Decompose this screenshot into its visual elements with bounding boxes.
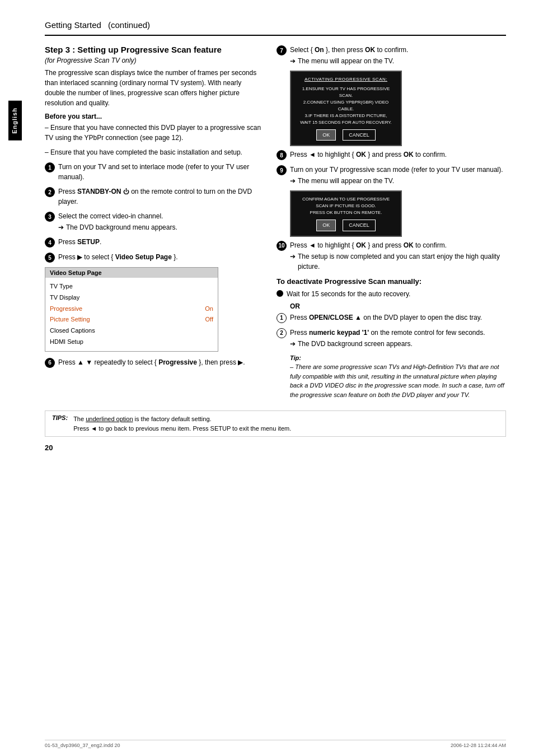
step-left-2: 2 Press STANDBY-ON ⏻ on the remote contr… — [45, 186, 263, 207]
page-title-text: Getting Started — [45, 20, 101, 30]
right-column: 7 Select { On }, then press OK to confir… — [277, 45, 506, 399]
deactivate-step-1: 1 Press OPEN/CLOSE ▲ on the DVD player t… — [277, 312, 506, 323]
setup-row-picture-label: Picture Setting — [50, 314, 90, 325]
setup-row-captions: Closed Captions — [50, 325, 213, 337]
screen-box-2: CONFIRM AGAIN TO USE PROGRESSIVE SCAN IF… — [290, 190, 402, 236]
deactivate-wait-text: Wait for 15 seconds for the auto recover… — [287, 289, 506, 299]
step-10-subnote: ➔ The setup is now completed and you can… — [290, 251, 506, 272]
step-num-5: 5 — [45, 253, 55, 263]
arrow-icon-d2: ➔ — [290, 339, 296, 349]
deactivate-heading-text: To deactivate Progressive Scan manually: — [277, 277, 421, 286]
section-subheading-text: (for Progressive Scan TV only) — [45, 57, 136, 64]
step-content-5: Press ▶ to select { Video Setup Page }. — [58, 252, 263, 262]
step-num-8: 8 — [277, 150, 287, 160]
sidebar-english-tab: English — [8, 101, 22, 141]
deactivate-tip: Tip: – There are some progressive scan T… — [290, 353, 506, 400]
bullet-icon-1 — [277, 290, 283, 297]
deactivate-step-2-subnote-text: The DVD background screen appears. — [298, 339, 413, 349]
step-3-subnote: ➔ The DVD background menu appears. — [58, 222, 263, 232]
left-column: Step 3 : Setting up Progressive Scan fea… — [45, 45, 263, 372]
page-title: Getting Started (continued) — [45, 17, 506, 36]
step-left-4: 4 Press SETUP. — [45, 237, 263, 248]
step-num-2: 2 — [45, 187, 55, 197]
deactivate-step-2: 2 Press numeric keypad '1' on the remote… — [277, 328, 506, 349]
section-intro-text: The progressive scan displays twice the … — [45, 69, 256, 107]
step-right-9: 9 Turn on your TV progressive scan mode … — [277, 165, 506, 186]
step-left-3: 3 Select the correct video-in channel. ➔… — [45, 211, 263, 232]
tips-bar-line2: Press ◄ to go back to previous menu item… — [73, 425, 291, 432]
step-content-9: Turn on your TV progressive scan mode (r… — [290, 165, 506, 186]
before-start-line1: – Ensure that you have connected this DV… — [45, 123, 263, 143]
screen1-title: Activating Progressive Scan: — [296, 76, 396, 83]
tips-bar-label: TIPS: — [52, 414, 68, 421]
deactivate-step-content-2: Press numeric keypad '1' on the remote c… — [290, 328, 506, 349]
screen2-lines: CONFIRM AGAIN TO USE PROGRESSIVE SCAN IF… — [296, 196, 396, 216]
step-num-3: 3 — [45, 212, 55, 222]
step-content-8: Press ◄ to highlight { OK } and press OK… — [290, 150, 506, 160]
setup-row-progressive-label: Progressive — [50, 304, 82, 315]
screen2-cancel-btn: CANCEL — [343, 220, 376, 231]
screen1-title-text: Activating Progressive Scan: — [305, 77, 387, 82]
sidebar-label: English — [11, 108, 18, 134]
setup-row-hdmi: HDMI Setup — [50, 337, 213, 348]
screen2-buttons: OK CANCEL — [296, 220, 396, 231]
step-3-text: Select the correct video-in channel. — [58, 212, 163, 220]
screen1-ok-btn: OK — [316, 129, 336, 141]
step-content-6: Press ▲ ▼ repeatedly to select { Progres… — [58, 357, 263, 367]
screen2-ok-btn: OK — [316, 220, 336, 231]
before-start-line2: – Ensure that you have completed the bas… — [45, 147, 263, 157]
section-heading: Step 3 : Setting up Progressive Scan fea… — [45, 45, 263, 54]
setup-row-hdmi-label: HDMI Setup — [50, 337, 83, 348]
arrow-icon-7: ➔ — [290, 56, 296, 66]
step-content-7: Select { On }, then press OK to confirm.… — [290, 45, 506, 66]
screen1-lines: 1.ENSURE YOUR TV HAS PROGRESSIVE SCAN. 2… — [296, 86, 396, 126]
step-num-7: 7 — [277, 45, 287, 55]
setup-row-progressive: ProgressiveOn — [50, 304, 213, 315]
setup-box-title: Video Setup Page — [45, 268, 218, 278]
step-3-subnote-text: The DVD background menu appears. — [66, 222, 177, 232]
before-start-label-text: Before you start... — [45, 113, 102, 120]
step-left-5: 5 Press ▶ to select { Video Setup Page }… — [45, 252, 263, 263]
step-content-1: Turn on your TV and set to interlace mod… — [58, 162, 263, 182]
before-start-label: Before you start... — [45, 113, 263, 120]
setup-row-tvdisplay: TV Display — [50, 292, 213, 304]
section-heading-text: Step 3 : Setting up Progressive Scan fea… — [45, 45, 222, 54]
step-num-1: 1 — [45, 162, 55, 172]
setup-row-picture: Picture SettingOff — [50, 314, 213, 325]
deactivate-step-2-subnote: ➔ The DVD background screen appears. — [290, 339, 506, 349]
step-10-subnote-text: The setup is now completed and you can s… — [298, 251, 506, 272]
or-divider: OR — [290, 302, 506, 310]
step-9-subnote-text: The menu will appear on the TV. — [298, 176, 394, 186]
page-number: 20 — [45, 444, 506, 452]
step-right-10: 10 Press ◄ to highlight { OK } and press… — [277, 240, 506, 272]
section-subheading: (for Progressive Scan TV only) — [45, 57, 263, 64]
step-num-9: 9 — [277, 165, 287, 175]
step-num-4: 4 — [45, 237, 55, 248]
page-number-text: 20 — [45, 444, 53, 452]
setup-row-progressive-val: On — [205, 304, 213, 315]
arrow-icon-9: ➔ — [290, 176, 296, 186]
arrow-icon-10: ➔ — [290, 251, 296, 262]
step-left-6: 6 Press ▲ ▼ repeatedly to select { Progr… — [45, 357, 263, 368]
before-start-line2-text: – Ensure that you have completed the bas… — [45, 148, 242, 156]
deactivate-step-num-1: 1 — [277, 313, 287, 323]
setup-row-tvdisplay-label: TV Display — [50, 292, 79, 304]
tips-bar-content: The underlined option is the factory def… — [73, 414, 291, 433]
deactivate-bullet1: Wait for 15 seconds for the auto recover… — [277, 289, 506, 299]
deactivate-step-content-1: Press OPEN/CLOSE ▲ on the DVD player to … — [290, 312, 506, 323]
video-setup-box: Video Setup Page TV Type TV Display Prog… — [45, 267, 218, 352]
step-content-2: Press STANDBY-ON ⏻ on the remote control… — [58, 186, 263, 207]
setup-row-tvtype-label: TV Type — [50, 281, 73, 292]
section-intro: The progressive scan displays twice the … — [45, 68, 263, 108]
step-num-6: 6 — [45, 358, 55, 368]
step-1-text: Turn on your TV and set to interlace mod… — [58, 163, 249, 181]
setup-row-picture-val: Off — [205, 314, 213, 325]
deactivate-step-num-2: 2 — [277, 328, 287, 338]
screen1-cancel-btn: CANCEL — [343, 129, 376, 141]
step-content-4: Press SETUP. — [58, 237, 263, 247]
footer-info: 01-53_dvp3960_37_eng2.indd 20 2006-12-28… — [45, 740, 506, 748]
step-7-subnote: ➔ The menu will appear on the TV. — [290, 56, 506, 66]
step-content-3: Select the correct video-in channel. ➔ T… — [58, 211, 263, 232]
deactivate-heading: To deactivate Progressive Scan manually: — [277, 277, 506, 286]
setup-row-captions-label: Closed Captions — [50, 325, 95, 337]
